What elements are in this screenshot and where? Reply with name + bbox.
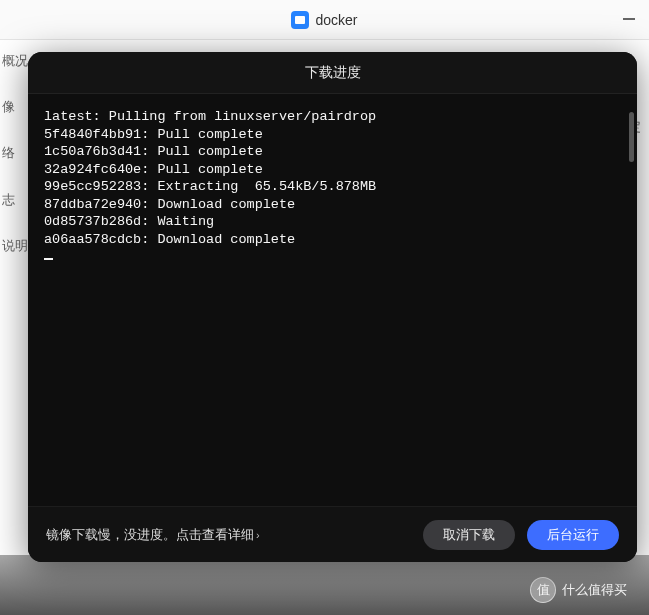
terminal-line: 87ddba72e940: Download complete bbox=[44, 196, 621, 214]
docker-icon bbox=[291, 11, 309, 29]
watermark-text: 什么值得买 bbox=[562, 581, 627, 599]
terminal-line: 32a924fc640e: Pull complete bbox=[44, 161, 621, 179]
chevron-right-icon: › bbox=[256, 529, 260, 541]
sidebar-item[interactable]: 志 bbox=[0, 187, 28, 213]
sidebar-item[interactable]: 概况 bbox=[0, 48, 28, 74]
watermark: 值 什么值得买 bbox=[530, 577, 627, 603]
footer-link-text: 镜像下载慢，没进度。点击查看详细 bbox=[46, 526, 254, 544]
modal-footer: 镜像下载慢，没进度。点击查看详细 › 取消下载 后台运行 bbox=[28, 506, 637, 562]
sidebar-item[interactable]: 络 bbox=[0, 140, 28, 166]
terminal-line: a06aa578cdcb: Download complete bbox=[44, 231, 621, 249]
window-titlebar: docker bbox=[0, 0, 649, 40]
terminal-line: 1c50a76b3d41: Pull complete bbox=[44, 143, 621, 161]
scrollbar-thumb[interactable] bbox=[629, 112, 634, 162]
cancel-download-button[interactable]: 取消下载 bbox=[423, 520, 515, 550]
terminal-line: 5f4840f4bb91: Pull complete bbox=[44, 126, 621, 144]
modal-title: 下载进度 bbox=[28, 52, 637, 94]
sidebar: 概况 像 络 志 说明 bbox=[0, 48, 28, 279]
minimize-button[interactable] bbox=[623, 18, 635, 20]
sidebar-item[interactable]: 说明 bbox=[0, 233, 28, 259]
run-in-background-button[interactable]: 后台运行 bbox=[527, 520, 619, 550]
download-progress-modal: 下载进度 latest: Pulling from linuxserver/pa… bbox=[28, 52, 637, 562]
terminal-line: 0d85737b286d: Waiting bbox=[44, 213, 621, 231]
terminal-cursor bbox=[44, 258, 53, 260]
sidebar-item[interactable]: 像 bbox=[0, 94, 28, 120]
terminal-line: latest: Pulling from linuxserver/pairdro… bbox=[44, 108, 621, 126]
terminal-output[interactable]: latest: Pulling from linuxserver/pairdro… bbox=[28, 94, 637, 506]
slow-download-help-link[interactable]: 镜像下载慢，没进度。点击查看详细 › bbox=[46, 526, 260, 544]
watermark-icon: 值 bbox=[530, 577, 556, 603]
window-title: docker bbox=[315, 12, 357, 28]
terminal-line: 99e5cc952283: Extracting 65.54kB/5.878MB bbox=[44, 178, 621, 196]
